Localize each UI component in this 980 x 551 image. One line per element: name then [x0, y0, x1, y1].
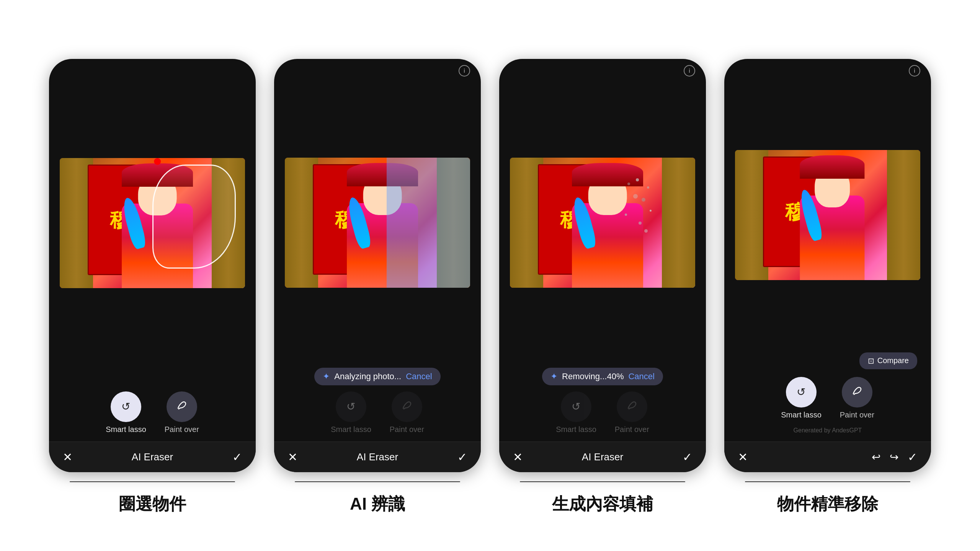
nav-close-btn-2[interactable]: ✕	[288, 450, 297, 464]
compare-btn-4[interactable]: ⊡ Compare	[859, 352, 917, 369]
nav-close-btn-4[interactable]: ✕	[738, 450, 748, 464]
smart-lasso-icon-4: ↺	[797, 386, 805, 398]
bottom-area-3: ✦ Removing...40% Cancel ↺ Smart lasso	[499, 368, 706, 442]
paint-over-icon-4	[851, 385, 863, 399]
paint-over-label-2: Paint over	[390, 425, 424, 434]
nav-title-1: AI Eraser	[132, 451, 173, 463]
caption-2: AI 辨識	[350, 493, 405, 515]
caption-3: 生成內容填補	[552, 493, 653, 515]
generated-by-4: Generated by AndesGPT	[794, 427, 862, 434]
photo-container-2: 穆	[285, 158, 470, 288]
paint-over-icon-2	[401, 399, 413, 414]
photo-container-4: 穆	[735, 150, 920, 280]
compare-icon-4: ⊡	[868, 356, 874, 365]
paint-over-tool-4[interactable]: Paint over	[840, 377, 874, 419]
phone-col-1: 穆	[49, 59, 256, 515]
paint-over-label-4: Paint over	[840, 411, 874, 419]
photo-area-2: 穆	[274, 78, 481, 368]
phone-separator-4	[745, 481, 910, 482]
nav-title-3: AI Eraser	[582, 451, 623, 463]
sparkle-icon-3: ✦	[550, 372, 557, 381]
progress-text-3: Removing...40%	[562, 372, 624, 381]
bottom-area-4: ⊡ Compare ↺ Smart lasso	[724, 352, 931, 442]
smart-lasso-label-3: Smart lasso	[556, 425, 596, 434]
paint-over-icon-1	[176, 399, 188, 414]
paint-over-icon-3	[626, 399, 638, 414]
phone-separator-3	[520, 481, 685, 482]
phone-3: i 穆	[499, 59, 706, 472]
paint-over-tool-1[interactable]: Paint over	[165, 391, 199, 434]
cancel-btn-2[interactable]: Cancel	[406, 372, 432, 381]
status-bar-2: i	[274, 59, 481, 78]
cancel-btn-3[interactable]: Cancel	[628, 372, 654, 381]
phone-2: i 穆	[274, 59, 481, 472]
progress-text-2: Analyzing photo...	[334, 372, 401, 381]
photo-area-3: 穆	[499, 78, 706, 368]
progress-pill-3: ✦ Removing...40% Cancel	[542, 368, 663, 385]
paint-over-label-1: Paint over	[165, 425, 199, 434]
bottom-nav-2: ✕ AI Eraser ✓	[274, 442, 481, 472]
photo-container-3: 穆	[510, 158, 695, 288]
phones-row: 穆	[18, 36, 962, 515]
paint-over-tool-3: Paint over	[615, 391, 649, 434]
status-bar-1	[49, 59, 256, 78]
nav-check-btn-3[interactable]: ✓	[683, 450, 692, 464]
photo-area-1: 穆	[49, 78, 256, 368]
smart-lasso-label-1: Smart lasso	[106, 425, 146, 434]
blue-overlay-2	[387, 158, 470, 288]
info-icon-4: i	[909, 65, 920, 77]
nav-check-btn-1[interactable]: ✓	[232, 450, 242, 464]
bottom-nav-1: ✕ AI Eraser ✓	[49, 442, 256, 472]
sparkle-icon-2: ✦	[323, 372, 330, 381]
nav-check-btn-2[interactable]: ✓	[457, 450, 467, 464]
status-bar-3: i	[499, 59, 706, 78]
smart-lasso-label-4: Smart lasso	[781, 411, 822, 419]
progress-pill-2: ✦ Analyzing photo... Cancel	[314, 368, 440, 385]
bottom-nav-3: ✕ AI Eraser ✓	[499, 442, 706, 472]
nav-close-btn-1[interactable]: ✕	[63, 450, 72, 464]
nav-redo-btn-4[interactable]: ↪	[890, 451, 898, 463]
info-icon-3: i	[684, 65, 695, 77]
bottom-area-1: ↺ Smart lasso	[49, 368, 256, 442]
paint-over-label-3: Paint over	[615, 425, 649, 434]
smart-lasso-tool-4[interactable]: ↺ Smart lasso	[781, 377, 822, 419]
photo-container-1: 穆	[60, 158, 245, 288]
smart-lasso-icon-2: ↺	[346, 400, 355, 413]
bottom-nav-4: ✕ ↩ ↪ ✓	[724, 442, 931, 472]
caption-1: 圈選物件	[119, 493, 186, 515]
phone-col-3: i 穆	[499, 59, 706, 515]
smart-lasso-label-2: Smart lasso	[331, 425, 371, 434]
nav-undo-btn-4[interactable]: ↩	[872, 451, 880, 463]
nav-title-2: AI Eraser	[357, 451, 398, 463]
smart-lasso-tool-1[interactable]: ↺ Smart lasso	[106, 391, 146, 434]
nav-close-btn-3[interactable]: ✕	[513, 450, 523, 464]
bottom-area-2: ✦ Analyzing photo... Cancel ↺ Smart lass…	[274, 368, 481, 442]
lasso-selection-1	[152, 165, 236, 269]
smart-lasso-icon-1: ↺	[121, 400, 130, 413]
info-icon-2: i	[459, 65, 470, 77]
phone-separator-1	[70, 481, 235, 482]
nav-check-btn-4[interactable]: ✓	[908, 450, 917, 464]
smart-lasso-tool-3: ↺ Smart lasso	[556, 391, 596, 434]
smart-lasso-tool-2: ↺ Smart lasso	[331, 391, 371, 434]
status-bar-4: i	[724, 59, 931, 78]
smart-lasso-icon-3: ↺	[572, 400, 580, 413]
phone-col-4: i 穆	[724, 59, 931, 515]
photo-area-4: 穆	[724, 78, 931, 352]
phone-4: i 穆	[724, 59, 931, 472]
phone-1: 穆	[49, 59, 256, 472]
phone-separator-2	[295, 481, 460, 482]
phone-col-2: i 穆	[274, 59, 481, 515]
dissolve-effect-3	[603, 171, 658, 249]
compare-label-4: Compare	[877, 356, 909, 365]
caption-4: 物件精準移除	[777, 493, 878, 515]
paint-over-tool-2: Paint over	[390, 391, 424, 434]
